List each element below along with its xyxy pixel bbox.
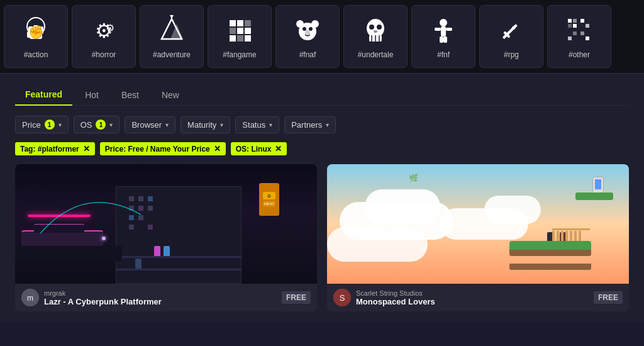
tag-undertale[interactable]: #undertale xyxy=(343,5,408,68)
tag-rpg-label: #rpg xyxy=(504,50,519,59)
svg-rect-17 xyxy=(237,28,243,34)
tag-adventure-label: #adventure xyxy=(153,50,191,59)
svg-rect-13 xyxy=(230,20,236,26)
svg-rect-52 xyxy=(580,31,584,35)
tag-undertale-label: #undertale xyxy=(358,50,394,59)
bear-icon xyxy=(291,14,324,47)
author-name-monospaced: Scarlet String Studios xyxy=(356,289,435,297)
tab-new[interactable]: New xyxy=(152,84,189,106)
chevron-down-icon: ▾ xyxy=(269,121,272,128)
filters-row: Price 1 ▾ OS 1 ▾ Browser ▾ Maturity ▾ St… xyxy=(15,116,629,133)
svg-rect-39 xyxy=(446,28,452,31)
svg-point-36 xyxy=(440,19,447,26)
svg-rect-15 xyxy=(245,20,251,26)
sword-icon xyxy=(495,14,528,47)
card-bottom-monospaced: S Scarlet String Studios Monospaced Love… xyxy=(327,284,629,311)
filter-maturity[interactable]: Maturity ▾ xyxy=(180,116,230,133)
svg-text:m: m xyxy=(27,294,33,303)
grid-icon xyxy=(223,14,256,47)
tag-fangame[interactable]: #fangame xyxy=(208,5,272,68)
game-thumbnail-monospaced: 🌿 xyxy=(327,164,629,284)
active-filter-tag-os[interactable]: OS: Linux ✕ xyxy=(231,142,287,155)
svg-rect-21 xyxy=(245,35,251,42)
card-author-monospaced: S Scarlet String Studios Monospaced Love… xyxy=(333,289,435,306)
price-badge-lazr: FREE xyxy=(282,291,311,304)
tab-best[interactable]: Best xyxy=(111,84,149,106)
active-filter-tag-platformer[interactable]: Tag: #platformer ✕ xyxy=(15,142,95,155)
svg-rect-16 xyxy=(230,28,236,34)
svg-rect-38 xyxy=(435,28,441,31)
remove-tag-platformer-icon[interactable]: ✕ xyxy=(83,144,90,153)
tag-action-label: #action xyxy=(24,50,48,59)
filter-browser-label: Browser xyxy=(131,120,162,130)
svg-rect-53 xyxy=(586,36,589,40)
game-card-monospaced[interactable]: 🌿 S Scarlet String Studios Monospaced Lo… xyxy=(327,164,629,311)
svg-rect-50 xyxy=(580,19,584,23)
active-filters: Tag: #platformer ✕ Price: Free / Name Yo… xyxy=(15,142,629,155)
svg-point-24 xyxy=(311,20,319,28)
pixel-icon xyxy=(563,14,596,47)
tag-action[interactable]: ✊ #action xyxy=(4,5,68,68)
fist-icon: ✊ xyxy=(19,14,52,47)
svg-rect-51 xyxy=(586,24,589,28)
tab-featured[interactable]: Featured xyxy=(15,84,72,106)
svg-rect-37 xyxy=(441,26,446,36)
svg-rect-20 xyxy=(237,35,243,42)
filter-partners[interactable]: Partners ▾ xyxy=(284,116,336,133)
fighter-icon xyxy=(427,14,460,47)
filter-os-label: OS xyxy=(80,120,92,130)
author-info-monospaced: Scarlet String Studios Monospaced Lovers xyxy=(356,289,435,306)
tag-fangame-label: #fangame xyxy=(223,50,256,59)
tabs-container: Featured Hot Best New xyxy=(15,84,629,106)
tag-other[interactable]: #other xyxy=(547,5,611,68)
tag-other-label: #other xyxy=(569,50,590,59)
avatar-scarlet: S xyxy=(333,289,351,306)
horror-icon: ⚙⚙ xyxy=(87,14,120,47)
active-filter-tag-os-label: OS: Linux xyxy=(236,145,272,153)
card-bottom-lazr: m mrgrak Lazr - A Cyberpunk Platformer F… xyxy=(15,284,317,311)
filter-price[interactable]: Price 1 ▾ xyxy=(15,116,69,133)
tab-hot[interactable]: Hot xyxy=(75,84,109,106)
games-grid: G MEAT xyxy=(15,164,629,311)
active-filter-tag-platformer-label: Tag: #platformer xyxy=(20,145,79,153)
svg-rect-18 xyxy=(245,28,251,34)
filter-os[interactable]: OS 1 ▾ xyxy=(74,116,120,133)
svg-marker-10 xyxy=(170,24,183,39)
tag-fnaf[interactable]: #fnaf xyxy=(275,5,340,68)
author-info-lazr: mrgrak Lazr - A Cyberpunk Platformer xyxy=(44,289,162,306)
svg-rect-55 xyxy=(573,31,577,35)
filter-os-badge: 1 xyxy=(96,120,106,130)
svg-rect-47 xyxy=(573,19,577,23)
svg-rect-14 xyxy=(237,20,243,26)
game-title-lazr: Lazr - A Cyberpunk Platformer xyxy=(44,297,162,306)
mountain-icon xyxy=(155,14,188,47)
chevron-down-icon: ▾ xyxy=(326,121,329,128)
tag-fnf[interactable]: #fnf xyxy=(411,5,475,68)
svg-point-28 xyxy=(367,19,384,38)
filter-price-badge: 1 xyxy=(45,120,55,130)
filter-status[interactable]: Status ▾ xyxy=(235,116,279,133)
svg-rect-19 xyxy=(230,35,236,42)
chevron-down-icon: ▾ xyxy=(58,121,62,128)
author-name-lazr: mrgrak xyxy=(44,289,162,297)
svg-point-30 xyxy=(369,25,374,30)
svg-point-45 xyxy=(512,26,516,30)
tag-adventure[interactable]: #adventure xyxy=(140,5,204,68)
game-thumbnail-lazr: G MEAT xyxy=(15,164,317,284)
svg-rect-49 xyxy=(573,24,577,28)
card-author-lazr: m mrgrak Lazr - A Cyberpunk Platformer xyxy=(21,289,162,306)
filter-maturity-label: Maturity xyxy=(187,120,216,130)
remove-tag-os-icon[interactable]: ✕ xyxy=(275,144,282,153)
svg-text:S: S xyxy=(340,293,345,303)
active-filter-tag-price-label: Price: Free / Name Your Price xyxy=(105,145,210,153)
tag-fnaf-label: #fnaf xyxy=(299,50,316,59)
chevron-down-icon: ▾ xyxy=(220,121,223,128)
filter-browser[interactable]: Browser ▾ xyxy=(125,116,175,133)
svg-rect-48 xyxy=(568,24,572,28)
tag-horror[interactable]: ⚙⚙ #horror xyxy=(72,5,136,68)
remove-tag-price-icon[interactable]: ✕ xyxy=(214,144,221,153)
active-filter-tag-price[interactable]: Price: Free / Name Your Price ✕ xyxy=(100,142,226,155)
game-card-lazr[interactable]: G MEAT xyxy=(15,164,317,311)
tag-rpg[interactable]: #rpg xyxy=(479,5,543,68)
svg-rect-40 xyxy=(440,36,443,43)
